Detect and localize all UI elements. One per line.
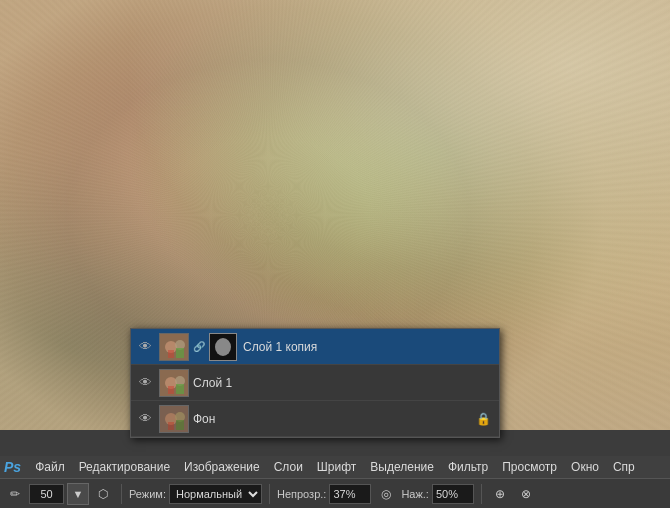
menu-item-window[interactable]: Окно (565, 458, 605, 476)
pressure-input[interactable] (432, 484, 474, 504)
brush-size-display: 50 (29, 484, 64, 504)
menu-item-help[interactable]: Спр (607, 458, 641, 476)
opacity-input[interactable] (329, 484, 371, 504)
mode-select[interactable]: Нормальный (169, 484, 262, 504)
layer-row[interactable]: 👁 🔗 Слой 1 копия (131, 329, 499, 365)
menu-item-image[interactable]: Изображение (178, 458, 266, 476)
layer-lock-icon: 🔒 (476, 412, 491, 426)
menu-item-layers[interactable]: Слои (268, 458, 309, 476)
pressure-label: Наж.: (401, 488, 429, 500)
menu-item-view[interactable]: Просмотр (496, 458, 563, 476)
opacity-group: Непрозр.: (277, 484, 371, 504)
mask-link-icon: 🔗 (193, 337, 205, 357)
layer-visibility-toggle[interactable]: 👁 (135, 373, 155, 393)
brush-tool-icon[interactable]: ✏ (4, 483, 26, 505)
layers-panel: 👁 🔗 Слой 1 копия 👁 (130, 328, 500, 438)
menu-item-select[interactable]: Выделение (364, 458, 440, 476)
photoshop-logo: Ps (4, 459, 21, 475)
svg-rect-11 (176, 384, 184, 394)
svg-rect-3 (168, 350, 174, 358)
layer-thumbnail (159, 369, 189, 397)
menu-item-file[interactable]: Файл (29, 458, 71, 476)
layer-visibility-toggle[interactable]: 👁 (135, 337, 155, 357)
tablet-pressure-icon[interactable]: ⊕ (489, 483, 511, 505)
brush-preset-icon[interactable]: ⬡ (92, 483, 114, 505)
layer-thumbnail (159, 333, 189, 361)
opacity-label: Непрозр.: (277, 488, 326, 500)
layer-row[interactable]: 👁 Слой 1 (131, 365, 499, 401)
svg-rect-4 (176, 348, 184, 358)
tablet-angle-icon[interactable]: ⊗ (515, 483, 537, 505)
layer-name: Фон (193, 412, 476, 426)
brush-size-value: 50 (40, 488, 52, 500)
toolbar-separator-3 (481, 484, 482, 504)
layer-thumbnail (159, 405, 189, 433)
menu-item-type[interactable]: Шрифт (311, 458, 362, 476)
svg-rect-16 (176, 420, 184, 430)
toolbar-separator (121, 484, 122, 504)
pressure-group: Наж.: (401, 484, 474, 504)
toolbar: ✏ 50 ▼ ⬡ Режим: Нормальный Непрозр.: ◎ Н… (0, 478, 670, 508)
svg-rect-10 (168, 386, 174, 394)
mode-label: Режим: (129, 488, 166, 500)
menu-item-edit[interactable]: Редактирование (73, 458, 176, 476)
brush-settings-button[interactable]: ▼ (67, 483, 89, 505)
tool-group-brush: ✏ 50 ▼ ⬡ (4, 483, 114, 505)
menu-item-filter[interactable]: Фильтр (442, 458, 494, 476)
layer-visibility-toggle[interactable]: 👁 (135, 409, 155, 429)
mode-group: Режим: Нормальный (129, 484, 262, 504)
toolbar-separator-2 (269, 484, 270, 504)
layer-name: Слой 1 копия (243, 340, 495, 354)
svg-point-6 (215, 338, 231, 356)
svg-rect-15 (168, 422, 174, 430)
layer-name: Слой 1 (193, 376, 495, 390)
layer-row[interactable]: 👁 Фон 🔒 (131, 401, 499, 437)
airbrush-icon[interactable]: ◎ (375, 483, 397, 505)
menu-bar: Ps Файл Редактирование Изображение Слои … (0, 456, 670, 478)
layer-mask-thumbnail (209, 333, 237, 361)
